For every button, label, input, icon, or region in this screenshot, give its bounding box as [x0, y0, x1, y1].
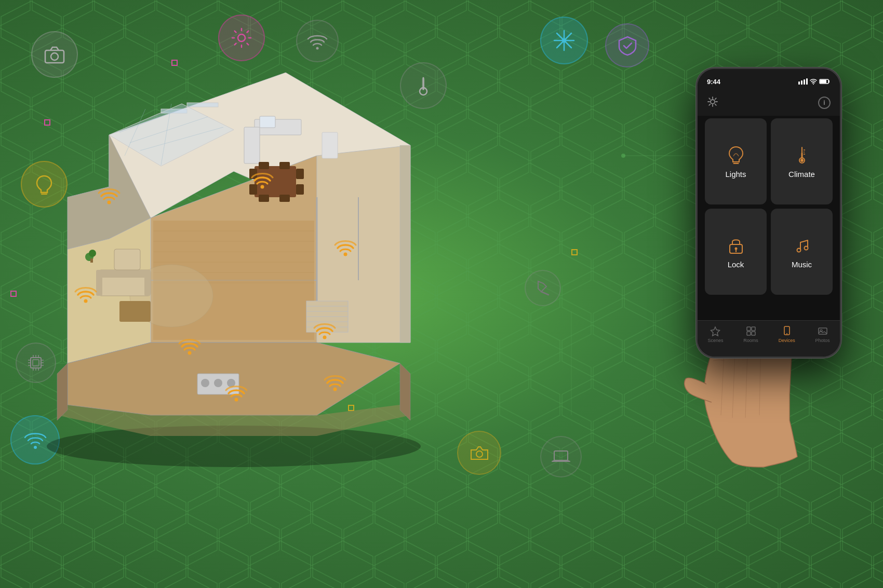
lightbulb-icon	[726, 145, 746, 165]
wifi-dot-5	[332, 234, 358, 262]
svg-rect-78	[99, 270, 151, 278]
svg-marker-137	[711, 327, 720, 336]
svg-rect-107	[260, 116, 275, 128]
lock-tile[interactable]: Lock	[705, 209, 767, 295]
floorplan	[16, 42, 457, 483]
status-bar: 9:44	[698, 69, 840, 90]
svg-line-46	[541, 292, 548, 295]
svg-point-136	[804, 246, 808, 250]
music-icon	[792, 235, 812, 255]
nav-scenes[interactable]: Scenes	[707, 326, 723, 343]
svg-point-119	[813, 84, 814, 85]
svg-point-128	[800, 159, 804, 162]
signal-bar-2	[801, 80, 802, 85]
svg-rect-74	[279, 162, 290, 169]
bg-shield-icon	[605, 23, 649, 67]
nav-photos[interactable]: Photos	[815, 326, 830, 343]
status-icons	[798, 78, 831, 85]
phone-screen: 9:44	[698, 69, 840, 357]
svg-rect-48	[554, 451, 568, 460]
svg-rect-67	[244, 127, 260, 163]
app-tiles-grid: Lights Climate	[705, 118, 833, 295]
svg-point-111	[108, 201, 111, 204]
svg-point-122	[711, 100, 715, 104]
wifi-dot-1	[96, 182, 122, 210]
svg-point-112	[84, 299, 88, 303]
signal-bar-3	[804, 79, 805, 85]
svg-rect-144	[819, 328, 827, 334]
svg-point-108	[201, 379, 209, 387]
climate-label: Climate	[788, 170, 815, 179]
svg-point-135	[797, 248, 800, 252]
settings-icon[interactable]	[707, 96, 718, 110]
signal-bars	[798, 78, 808, 85]
svg-point-114	[261, 185, 264, 189]
square-dec-4	[571, 249, 578, 255]
bottom-nav: Scenes Rooms Devices	[698, 320, 840, 357]
devices-nav-label: Devices	[779, 338, 795, 343]
photos-nav-label: Photos	[815, 338, 830, 343]
signal-bar-4	[806, 78, 808, 85]
svg-point-117	[235, 398, 238, 402]
lock-icon	[726, 235, 746, 255]
svg-rect-141	[752, 332, 755, 335]
svg-rect-72	[296, 184, 304, 195]
svg-rect-81	[114, 249, 140, 270]
svg-rect-105	[90, 258, 93, 263]
signal-bar-1	[798, 81, 800, 85]
scenes-icon	[710, 326, 720, 336]
wifi-dot-4	[249, 166, 275, 194]
svg-point-116	[323, 336, 327, 339]
thermometer-icon	[792, 145, 812, 165]
svg-point-47	[476, 451, 483, 457]
svg-rect-75	[259, 195, 269, 202]
scenes-nav-label: Scenes	[707, 338, 723, 343]
svg-point-118	[333, 388, 337, 391]
status-time: 9:44	[707, 78, 720, 86]
wifi-dot-6	[312, 317, 338, 345]
wifi-dot-2	[73, 280, 99, 308]
svg-rect-90	[187, 103, 218, 107]
svg-rect-80	[144, 270, 151, 296]
wifi-dot-8	[322, 368, 348, 396]
devices-icon	[782, 326, 792, 336]
lights-tile[interactable]: Lights	[705, 118, 767, 204]
nav-devices[interactable]: Devices	[779, 326, 795, 343]
svg-point-18	[238, 34, 245, 42]
wifi-status-icon	[810, 78, 817, 85]
svg-marker-99	[400, 145, 410, 343]
app-header: i	[698, 90, 840, 116]
svg-rect-140	[747, 332, 751, 335]
rooms-icon	[746, 326, 756, 336]
wifi-dot-3	[177, 332, 203, 360]
svg-point-104	[89, 250, 96, 257]
music-tile[interactable]: Music	[771, 209, 833, 295]
svg-rect-121	[820, 80, 826, 83]
svg-rect-139	[752, 327, 755, 331]
info-button[interactable]: i	[818, 97, 831, 109]
svg-point-13	[621, 154, 625, 158]
photos-icon	[818, 326, 828, 336]
svg-point-143	[786, 333, 787, 334]
rooms-nav-label: Rooms	[743, 338, 758, 343]
svg-point-115	[344, 253, 347, 256]
floorplan-svg	[16, 42, 457, 483]
bg-camera-bottom-icon	[457, 431, 501, 475]
bg-snowflake-icon	[540, 17, 588, 64]
bg-tools-icon	[525, 270, 561, 306]
svg-rect-106	[322, 132, 338, 158]
svg-rect-138	[747, 327, 751, 331]
svg-rect-82	[119, 301, 151, 322]
climate-tile[interactable]: Climate	[771, 118, 833, 204]
phone-device: 9:44	[696, 67, 841, 358]
lights-label: Lights	[725, 170, 746, 179]
svg-point-113	[188, 351, 192, 355]
svg-rect-70	[296, 169, 304, 179]
svg-rect-76	[279, 195, 290, 202]
svg-point-24	[562, 38, 566, 43]
lock-label: Lock	[728, 260, 744, 269]
nav-rooms[interactable]: Rooms	[743, 326, 758, 343]
svg-point-109	[214, 379, 222, 387]
wifi-dot-7	[223, 379, 249, 407]
battery-icon	[819, 78, 831, 85]
